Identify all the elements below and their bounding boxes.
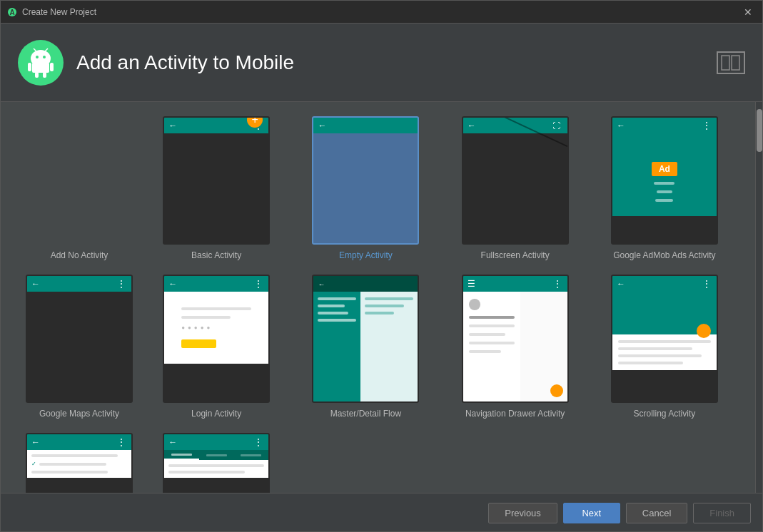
next-button[interactable]: Next — [563, 503, 620, 523]
basic-label: Basic Activity — [191, 250, 241, 260]
svg-rect-8 — [28, 63, 31, 71]
navdrawer-thumbnail: ☰ ⋮ — [462, 275, 569, 403]
login-label: Login Activity — [191, 409, 241, 419]
svg-rect-12 — [722, 56, 729, 70]
content-area: Add No Activity ← ⋮ + Basic Activity ← — [1, 102, 762, 493]
svg-point-3 — [36, 56, 39, 58]
svg-rect-9 — [50, 63, 54, 71]
finish-button[interactable]: Finish — [693, 503, 751, 523]
scrolling-thumbnail: ← ⋮ — [611, 275, 718, 403]
activity-navdrawer[interactable]: ☰ ⋮ Navigation — [446, 275, 585, 419]
svg-text:A: A — [9, 9, 14, 16]
activity-grid: Add No Activity ← ⋮ + Basic Activity ← — [1, 102, 755, 493]
basic-thumbnail: ← ⋮ + — [163, 116, 270, 245]
close-button[interactable]: ✕ — [739, 5, 757, 19]
admob-thumbnail: ← ⋮ Ad — [611, 116, 718, 245]
previous-button[interactable]: Previous — [488, 503, 557, 523]
scrolling-label: Scrolling Activity — [634, 409, 696, 419]
scrolling-fab — [697, 324, 711, 338]
navdrawer-label: Navigation Drawer Activity — [465, 409, 565, 419]
svg-rect-10 — [35, 72, 39, 78]
cancel-button[interactable]: Cancel — [626, 503, 687, 523]
svg-rect-7 — [32, 63, 49, 73]
android-icon — [25, 47, 56, 78]
svg-line-5 — [34, 48, 36, 51]
svg-point-4 — [43, 56, 46, 58]
page-title: Add an Activity to Mobile — [76, 51, 294, 74]
fullscreen-thumbnail: ← ⛶ — [462, 116, 569, 245]
fullscreen-label: Fullscreen Activity — [481, 250, 550, 260]
activity-settings[interactable]: ← ⋮ ✓ — [22, 433, 136, 493]
maps-label: Google Maps Activity — [39, 409, 119, 419]
footer: Previous Next Cancel Finish — [1, 493, 762, 532]
layout-icon — [717, 51, 745, 74]
no-activity-label: Add No Activity — [51, 250, 108, 260]
svg-rect-11 — [43, 72, 46, 78]
empty-thumbnail: ← — [312, 116, 419, 245]
empty-label: Empty Activity — [339, 250, 393, 260]
svg-line-6 — [45, 48, 48, 51]
header-right — [717, 51, 745, 74]
settings-thumbnail: ← ⋮ ✓ — [26, 433, 133, 493]
login-thumbnail: ← ⋮ ● ● ● ● ● — [163, 275, 270, 403]
masterdetail-label: Master/Detail Flow — [330, 409, 401, 419]
svg-rect-13 — [732, 56, 739, 70]
header: Add an Activity to Mobile — [1, 24, 762, 102]
android-logo — [18, 40, 64, 86]
admob-label: Google AdMob Ads Activity — [613, 250, 715, 260]
activity-no-activity[interactable]: Add No Activity — [22, 116, 136, 260]
app-icon: A — [6, 6, 18, 18]
activity-maps[interactable]: ← ⋮ 📍 Google Maps Activity — [22, 275, 136, 419]
ad-badge: Ad — [652, 162, 677, 176]
activity-login[interactable]: ← ⋮ ● ● ● ● ● — [147, 275, 286, 419]
activity-fullscreen[interactable]: ← ⛶ Fullscreen Activity — [446, 116, 585, 260]
activity-admob[interactable]: ← ⋮ Ad Google AdMob Ads Activity — [595, 116, 734, 260]
activity-tabbed[interactable]: ← ⋮ — [147, 433, 286, 493]
tabbed-thumbnail: ← ⋮ — [163, 433, 270, 493]
title-bar-left: A Create New Project — [6, 6, 96, 18]
scrollbar[interactable] — [755, 102, 762, 493]
activity-basic[interactable]: ← ⋮ + Basic Activity — [147, 116, 286, 260]
title-bar: A Create New Project ✕ — [1, 1, 762, 24]
scrollbar-thumb[interactable] — [757, 109, 762, 152]
maps-thumbnail: ← ⋮ 📍 — [26, 275, 133, 403]
masterdetail-thumbnail: ← — [312, 275, 419, 403]
activity-empty[interactable]: ← Empty Activity — [296, 116, 435, 260]
navdrawer-fab — [550, 384, 563, 397]
title-bar-text: Create New Project — [22, 7, 96, 17]
activity-masterdetail[interactable]: ← Master/Detail Flow — [296, 275, 435, 419]
activity-scrolling[interactable]: ← ⋮ Scrolling Activity — [595, 275, 734, 419]
